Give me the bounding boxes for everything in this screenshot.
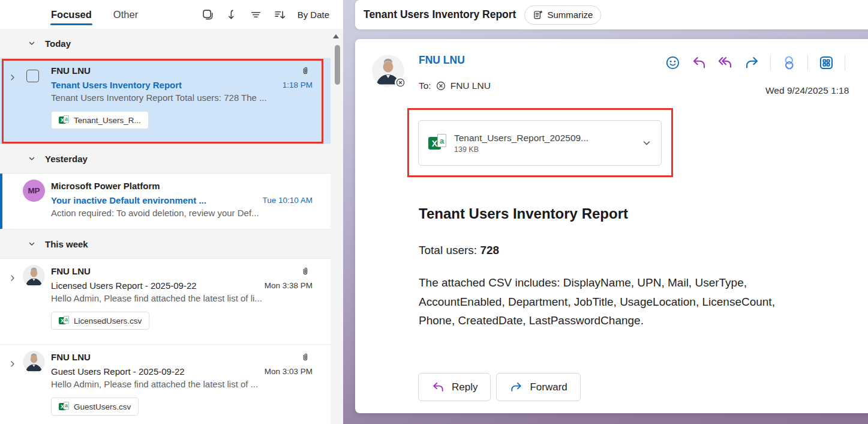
group-header-today[interactable]: Today [0, 29, 331, 58]
summarize-button[interactable]: Summarize [524, 5, 601, 25]
attachment-chip[interactable]: Xa Tenant_Users_R... [51, 111, 149, 129]
attachment-card[interactable]: Xa Tenant_Users_Report_202509... 139 KB [418, 120, 662, 166]
chevron-down-icon [28, 40, 35, 47]
summarize-label: Summarize [547, 10, 593, 20]
to-label: To: [419, 80, 431, 91]
avatar-photo[interactable] [23, 265, 45, 287]
emoji-reaction-icon[interactable] [665, 55, 681, 71]
message-recipients-row: To: FNU LNU [419, 80, 491, 91]
email-sender: FNU LNU [51, 65, 91, 76]
message-list-header: Focused Other [0, 0, 343, 29]
email-sender: Microsoft Power Platform [51, 181, 160, 191]
email-sender: FNU LNU [51, 352, 91, 362]
outlook-window: Focused Other [0, 0, 868, 424]
total-users-value: 728 [480, 244, 499, 256]
email-preview: Tenant Users Inventory Report Total user… [51, 92, 313, 103]
sender-avatar[interactable] [372, 55, 404, 87]
inbox-tabs: Focused Other [51, 9, 138, 20]
message-list: Today FNU LNU Tenant Users Inventory Rep… [0, 29, 343, 424]
message-list-pane: Focused Other [0, 0, 343, 424]
avatar-photo[interactable] [23, 351, 45, 373]
email-sender: FNU LNU [51, 266, 91, 276]
expand-thread-chevron-icon[interactable] [9, 360, 16, 368]
reply-button[interactable]: Reply [418, 373, 491, 401]
reply-button-label: Reply [452, 381, 477, 393]
apps-grid-icon[interactable] [818, 55, 834, 71]
email-time: 1:18 PM [283, 80, 313, 89]
chevron-down-icon [28, 240, 35, 247]
toolbar-divider [845, 55, 845, 71]
attachment-chip[interactable]: Xa LicensedUsers.csv [51, 312, 149, 330]
select-icon[interactable] [202, 8, 214, 21]
email-subject: Tenant Users Inventory Report [51, 80, 182, 90]
email-time: Mon 3:38 PM [265, 281, 313, 290]
body-paragraph: The attached CSV includes: DisplayName, … [419, 273, 813, 330]
email-time: Mon 3:03 PM [265, 367, 313, 376]
tab-focused[interactable]: Focused [51, 9, 92, 20]
email-list-item-power-platform[interactable]: MP Microsoft Power Platform Your inactiv… [0, 174, 331, 229]
excel-file-icon: Xa [59, 316, 69, 326]
select-email-checkbox[interactable] [26, 70, 39, 82]
excel-file-icon: Xa [428, 134, 446, 152]
forward-icon [509, 380, 523, 394]
email-list-item-tenant-users[interactable]: FNU LNU Tenant Users Inventory Report 1:… [0, 58, 331, 144]
scrollbar-up-arrow[interactable] [333, 34, 339, 38]
filter-icon[interactable] [250, 8, 262, 21]
toolbar-divider [770, 55, 771, 71]
tab-other-label: Other [113, 9, 138, 20]
tab-focused-label: Focused [51, 9, 92, 20]
email-list-item-licensed-users[interactable]: FNU LNU Licensed Users Report - 2025-09-… [0, 259, 331, 345]
paperclip-icon [301, 267, 310, 276]
tab-other[interactable]: Other [113, 9, 138, 20]
forward-button-label: Forward [530, 381, 567, 393]
scrollbar-thumb[interactable] [335, 45, 340, 85]
message-date: Wed 9/24/2025 1:18 [765, 85, 849, 96]
sort-direction-icon[interactable] [226, 8, 238, 21]
email-time: Tue 10:10 AM [262, 196, 313, 205]
recipient-name[interactable]: FNU LNU [450, 80, 491, 91]
group-label: Yesterday [45, 154, 88, 164]
sort-by-label[interactable]: By Date [298, 10, 329, 20]
chevron-down-icon [28, 155, 35, 162]
group-header-this-week[interactable]: This week [0, 229, 331, 259]
loop-icon[interactable] [781, 55, 797, 71]
group-header-yesterday[interactable]: Yesterday [0, 144, 331, 174]
paperclip-icon [301, 66, 310, 76]
attachment-dropdown-chevron-icon[interactable] [642, 138, 651, 148]
toolbar-divider [807, 55, 808, 71]
forward-button[interactable]: Forward [496, 373, 580, 401]
reading-pane-message: FNU LNU To: FNU LNU Wed 9/24/2025 1:18 X… [355, 39, 868, 413]
expand-thread-chevron-icon[interactable] [9, 274, 16, 282]
avatar-initials[interactable]: MP [23, 180, 45, 202]
reply-icon [431, 380, 445, 394]
summarize-icon [533, 10, 543, 20]
blocked-sender-badge-icon [395, 77, 406, 88]
email-subject: Your inactive Default environment ... [51, 195, 206, 205]
email-preview: Hello Admin, Please find attached the la… [51, 379, 313, 389]
attachment-meta: Tenant_Users_Report_202509... 139 KB [454, 133, 588, 154]
reply-all-icon[interactable] [717, 55, 734, 71]
sort-order-icon[interactable] [274, 8, 286, 21]
forward-icon[interactable] [744, 55, 760, 71]
paperclip-icon [301, 353, 310, 362]
attachment-chip-name: GuestUsers.csv [74, 402, 131, 411]
excel-file-icon: Xa [59, 115, 69, 126]
blocked-recipient-icon [435, 80, 446, 91]
attachment-filesize: 139 KB [454, 145, 588, 154]
attachment-chip[interactable]: Xa GuestUsers.csv [51, 398, 139, 416]
attachment-chip-name: Tenant_Users_R... [74, 116, 141, 125]
group-label: Today [45, 38, 71, 49]
email-list-item-guest-users[interactable]: FNU LNU Guest Users Report - 2025-09-22 … [0, 345, 331, 424]
body-heading: Tenant Users Inventory Report [419, 205, 628, 222]
expand-thread-chevron-icon[interactable] [9, 74, 16, 81]
body-total-users: Total users: 728 [419, 244, 499, 257]
group-label: This week [45, 239, 88, 249]
excel-file-icon: Xa [59, 402, 69, 412]
attachment-chip-name: LicensedUsers.csv [74, 316, 142, 326]
email-preview: Action required: To avoid deletion, revi… [51, 208, 313, 218]
unread-indicator-bar [0, 174, 2, 229]
email-preview: Hello Admin, Please find attached the la… [51, 293, 313, 303]
attachment-filename: Tenant_Users_Report_202509... [454, 133, 588, 143]
reply-icon[interactable] [691, 55, 707, 71]
message-sender-name[interactable]: FNU LNU [419, 54, 465, 67]
